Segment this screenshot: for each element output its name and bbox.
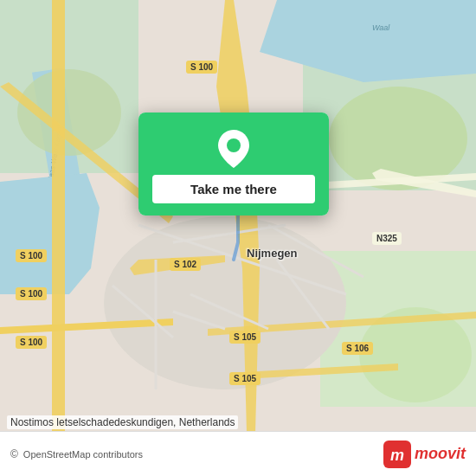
moovit-brand-text: moovit [415, 445, 466, 463]
road-label-s105-1: S 105 [229, 331, 261, 344]
svg-text:m: m [390, 447, 404, 464]
road-label-s100-bottom: S 100 [16, 336, 47, 349]
urban-area [104, 216, 346, 389]
osm-attribution: OpenStreetMap contributors [23, 449, 143, 460]
map-background [0, 0, 476, 476]
popup-header: Take me there [138, 113, 329, 215]
bottom-bar: © OpenStreetMap contributors Nostimos le… [0, 431, 476, 476]
road-label-s106: S 106 [342, 342, 373, 355]
popup-card: Take me there [138, 113, 329, 215]
city-label-nijmegen: Nijmegen [247, 247, 298, 260]
moovit-logo: m moovit [383, 441, 466, 468]
bottom-left-section: © OpenStreetMap contributors [10, 448, 143, 460]
map-pin-icon [218, 130, 249, 168]
green-area-topright [303, 0, 476, 190]
green-area-bottomright [320, 251, 476, 407]
road-label-s100-left1: S 100 [16, 249, 47, 262]
map-container: Waal Maas-Waal Kanaal [0, 0, 476, 476]
road-label-s100-left2: S 100 [16, 287, 47, 300]
take-me-there-button[interactable]: Take me there [152, 175, 315, 203]
moovit-icon: m [383, 441, 411, 468]
green-area-topleft [0, 0, 138, 173]
copyright-symbol: © [10, 448, 18, 460]
svg-point-13 [227, 138, 241, 152]
road-label-s102: S 102 [170, 258, 201, 271]
road-label-s100-top: S 100 [186, 61, 217, 74]
map-location-label: Nostimos letselschadedeskundigen, Nether… [7, 415, 238, 429]
road-label-s105-2: S 105 [229, 372, 261, 385]
road-label-n325: N325 [372, 232, 402, 245]
